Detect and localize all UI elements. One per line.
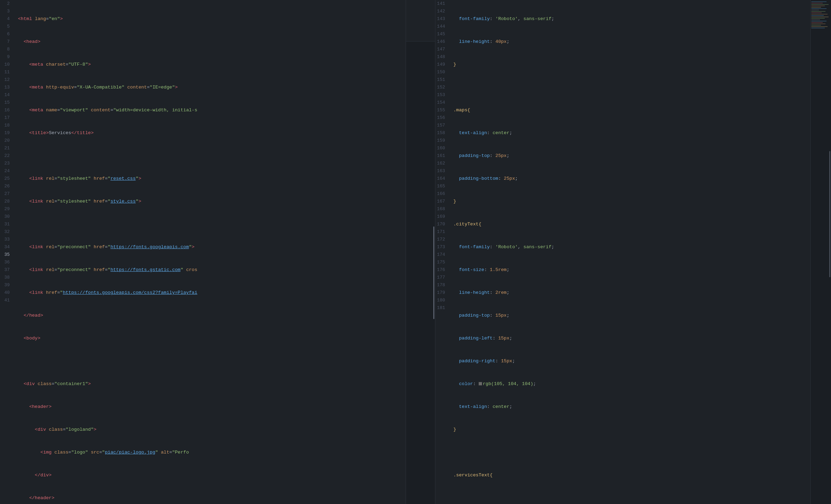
css-line-150: .cityText{: [453, 221, 810, 228]
css-ln-151: 151: [435, 76, 448, 84]
ln-39: 39: [0, 281, 12, 289]
ln-14: 14: [0, 91, 12, 99]
line-14: <link href="https://fonts.googleapis.com…: [18, 289, 406, 297]
css-line-numbers: 141 142 143 144 145 146 147 148 149 150 …: [435, 0, 451, 504]
html-code-content: <html lang="en"> <head> <meta charset="U…: [15, 0, 406, 504]
ln-27: 27: [0, 190, 12, 198]
css-line-155: padding-left: 15px;: [453, 335, 810, 342]
css-ln-175: 175: [435, 259, 448, 266]
css-ln-159: 159: [435, 137, 448, 144]
css-ln-168: 168: [435, 205, 448, 213]
mini-line-8: [811, 11, 825, 12]
css-line-145: .maps{: [453, 106, 810, 114]
mini-line-17: [811, 24, 825, 24]
scrollbar-indicator: [433, 226, 434, 319]
css-ln-146: 146: [435, 38, 448, 46]
css-ln-147: 147: [435, 46, 448, 53]
mini-line-15: [811, 21, 827, 21]
css-code-area[interactable]: 141 142 143 144 145 146 147 148 149 150 …: [435, 0, 810, 504]
ln-24: 24: [0, 167, 12, 175]
css-ln-178: 178: [435, 281, 448, 289]
css-ln-142: 142: [435, 8, 448, 15]
css-line-143: }: [453, 61, 810, 68]
line-7: <title>Services</title>: [18, 129, 406, 137]
editor-container: 2 3 4 5 6 7 8 9 10 11 12 13 14 15 16 17 …: [0, 0, 831, 504]
css-line-141: font-family: 'Roboto', sans-serif;: [453, 15, 810, 23]
css-line-162: [453, 494, 810, 502]
css-line-146: text-align: center;: [453, 129, 810, 137]
color-swatch-157: [479, 382, 482, 385]
ln-23: 23: [0, 160, 12, 167]
css-ln-170: 170: [435, 221, 448, 228]
ln-22: 22: [0, 152, 12, 160]
line-22: </div>: [18, 472, 406, 479]
css-ln-155: 155: [435, 106, 448, 114]
mini-line-9: [811, 12, 822, 13]
css-ln-167: 167: [435, 198, 448, 205]
css-ln-180: 180: [435, 297, 448, 304]
css-line-147: padding-top: 25px;: [453, 152, 810, 160]
css-ln-169: 169: [435, 213, 448, 221]
ln-12: 12: [0, 76, 12, 84]
css-line-156: padding-right: 15px;: [453, 357, 810, 365]
css-ln-154: 154: [435, 99, 448, 106]
ln-13: 13: [0, 84, 12, 91]
css-line-161: .servicesText{: [453, 472, 810, 479]
ln-20: 20: [0, 137, 12, 144]
css-ln-172: 172: [435, 236, 448, 243]
css-line-158: text-align: center;: [453, 403, 810, 411]
line-6: <meta name="viewport" content="width=dev…: [18, 106, 406, 114]
css-ln-152: 152: [435, 84, 448, 91]
css-editor-panel: 141 142 143 144 145 146 147 148 149 150 …: [435, 0, 810, 504]
right-minimap-content: [811, 0, 831, 30]
ln-2: 2: [0, 0, 12, 8]
css-line-153: line-height: 2rem;: [453, 289, 810, 297]
ln-8: 8: [0, 46, 12, 53]
css-line-142: line-height: 40px;: [453, 38, 810, 46]
html-line-numbers: 2 3 4 5 6 7 8 9 10 11 12 13 14 15 16 17 …: [0, 0, 15, 504]
mini-line-20: [811, 28, 825, 28]
ln-3: 3: [0, 8, 12, 15]
css-ln-171: 171: [435, 228, 448, 236]
ln-18: 18: [0, 122, 12, 129]
ln-35-active: 35: [0, 251, 12, 259]
html-code-area[interactable]: 2 3 4 5 6 7 8 9 10 11 12 13 14 15 16 17 …: [0, 0, 406, 504]
css-code-content: font-family: 'Roboto', sans-serif; line-…: [451, 0, 810, 504]
mini-line-2: [811, 3, 823, 3]
mini-line-7: [811, 10, 819, 10]
line-21: <img class="logo" src="piac/piac-logo.jp…: [18, 449, 406, 456]
line-19: <header>: [18, 403, 406, 411]
ln-9: 9: [0, 53, 12, 61]
mini-line-4: [811, 6, 825, 6]
line-23: </header>: [18, 494, 406, 502]
ln-26: 26: [0, 183, 12, 190]
ln-4: 4: [0, 15, 12, 23]
line-3: <head>: [18, 38, 406, 46]
line-9: <link rel="stylesheet" href="reset.css">: [18, 175, 406, 183]
css-ln-164: 164: [435, 175, 448, 183]
css-ln-157: 157: [435, 122, 448, 129]
css-ln-173: 173: [435, 243, 448, 251]
css-ln-179: 179: [435, 289, 448, 297]
css-ln-144: 144: [435, 23, 448, 30]
css-line-149: }: [453, 198, 810, 205]
ln-17: 17: [0, 114, 12, 122]
css-line-151: font-family: 'Roboto', sans-serif;: [453, 243, 810, 251]
ln-16: 16: [0, 106, 12, 114]
css-ln-150: 150: [435, 68, 448, 76]
css-line-154: padding-top: 15px;: [453, 312, 810, 319]
ln-38: 38: [0, 274, 12, 281]
ln-21: 21: [0, 144, 12, 152]
minimap-area: [406, 41, 435, 504]
ln-5: 5: [0, 23, 12, 30]
line-4: <meta charset="UTF-8">: [18, 61, 406, 68]
ln-15: 15: [0, 99, 12, 106]
css-ln-161: 161: [435, 152, 448, 160]
css-ln-153: 153: [435, 91, 448, 99]
css-line-152: font-size: 1.5rem;: [453, 266, 810, 274]
css-ln-158: 158: [435, 129, 448, 137]
ln-7: 7: [0, 38, 12, 46]
ln-40: 40: [0, 289, 12, 297]
line-11: [18, 221, 406, 228]
ln-10: 10: [0, 61, 12, 68]
